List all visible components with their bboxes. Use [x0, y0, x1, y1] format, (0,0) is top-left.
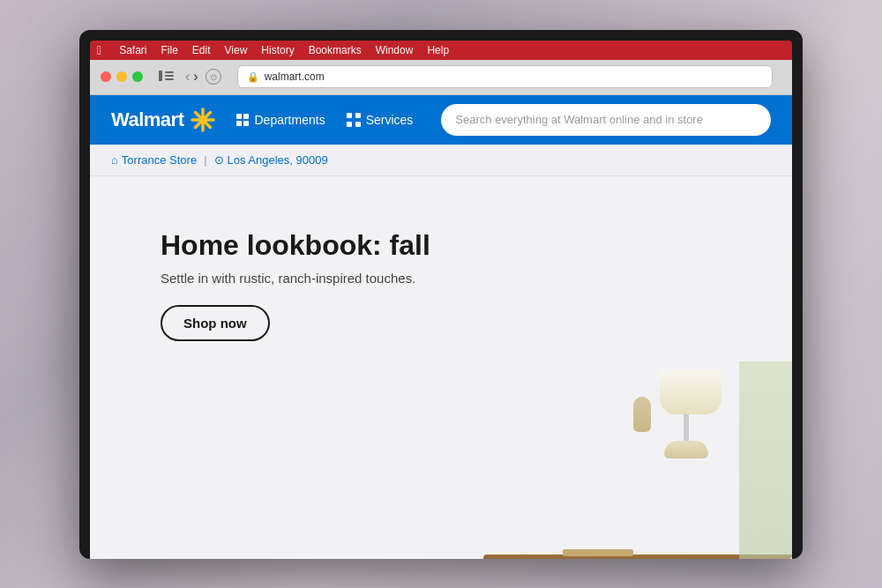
fullscreen-button[interactable] — [132, 71, 143, 82]
menubar-bookmarks[interactable]: Bookmarks — [309, 44, 362, 56]
lock-icon: 🔒 — [247, 71, 259, 83]
menubar-view[interactable]: View — [225, 44, 248, 56]
departments-label: Departments — [254, 113, 325, 127]
departments-nav-link[interactable]: Departments — [236, 113, 325, 127]
location-pin-icon: ⊙ — [214, 153, 224, 167]
walmart-spark-icon — [191, 108, 215, 132]
search-placeholder: Search everything at Walmart online and … — [455, 113, 703, 126]
search-bar[interactable]: Search everything at Walmart online and … — [441, 104, 771, 136]
traffic-lights — [101, 71, 143, 82]
location-bar: ⌂ Torrance Store | ⊙ Los Angeles, 90009 — [90, 145, 792, 176]
minimize-button[interactable] — [116, 71, 127, 82]
hero-text-block: Home lookbook: fall Settle in with rusti… — [161, 212, 430, 341]
services-nav-link[interactable]: Services — [347, 113, 414, 127]
browser-toolbar: ‹ › ⊙ 🔒 walmart.com — [90, 60, 792, 95]
hero-section: Home lookbook: fall Settle in with rusti… — [90, 176, 792, 559]
walmart-logo-text: Walmart — [111, 108, 183, 131]
walmart-navbar: Walmart Departments — [90, 95, 792, 145]
lamp-decoration — [651, 370, 721, 458]
store-name: Torrance Store — [122, 153, 197, 167]
monitor-frame:  Safari File Edit View History Bookmark… — [79, 30, 803, 559]
location-text: Los Angeles, 90009 — [228, 153, 328, 167]
departments-icon — [236, 114, 249, 126]
menubar-safari[interactable]: Safari — [119, 44, 146, 56]
macos-menubar:  Safari File Edit View History Bookmark… — [90, 41, 792, 60]
shop-now-button[interactable]: Shop now — [161, 305, 270, 341]
reader-mode-icon[interactable]: ⊙ — [206, 69, 221, 85]
vase-decoration — [633, 397, 651, 432]
url-text: walmart.com — [265, 71, 325, 83]
services-label: Services — [366, 113, 414, 127]
menubar-help[interactable]: Help — [427, 44, 449, 56]
close-button[interactable] — [101, 71, 111, 82]
svg-rect-5 — [355, 113, 361, 118]
sidebar-toggle-button[interactable] — [159, 71, 175, 83]
menubar-edit[interactable]: Edit — [192, 44, 211, 56]
apple-icon:  — [97, 43, 101, 57]
address-bar[interactable]: 🔒 walmart.com — [237, 65, 773, 88]
hero-title: Home lookbook: fall — [161, 229, 430, 262]
svg-rect-4 — [347, 113, 352, 118]
tray-decoration — [563, 549, 633, 556]
svg-rect-7 — [355, 122, 361, 127]
forward-button[interactable]: › — [193, 69, 198, 85]
back-button[interactable]: ‹ — [185, 69, 190, 85]
window-light — [739, 361, 792, 559]
menubar-history[interactable]: History — [261, 44, 294, 56]
nav-arrows: ‹ › — [185, 69, 198, 85]
city-location-link[interactable]: ⊙ Los Angeles, 90009 — [214, 153, 328, 167]
store-icon: ⌂ — [111, 153, 118, 167]
services-icon — [347, 113, 361, 127]
svg-rect-6 — [347, 122, 352, 127]
hero-image — [406, 361, 792, 559]
menubar-file[interactable]: File — [161, 44, 177, 56]
hero-subtitle: Settle in with rustic, ranch-inspired to… — [161, 271, 430, 286]
browser-content: Walmart Departments — [90, 95, 792, 559]
browser-chrome: ‹ › ⊙ 🔒 walmart.com Walmart — [90, 60, 792, 559]
menubar-window[interactable]: Window — [376, 44, 414, 56]
walmart-logo[interactable]: Walmart — [111, 108, 215, 132]
location-separator: | — [204, 153, 206, 167]
store-location-link[interactable]: ⌂ Torrance Store — [111, 153, 197, 167]
